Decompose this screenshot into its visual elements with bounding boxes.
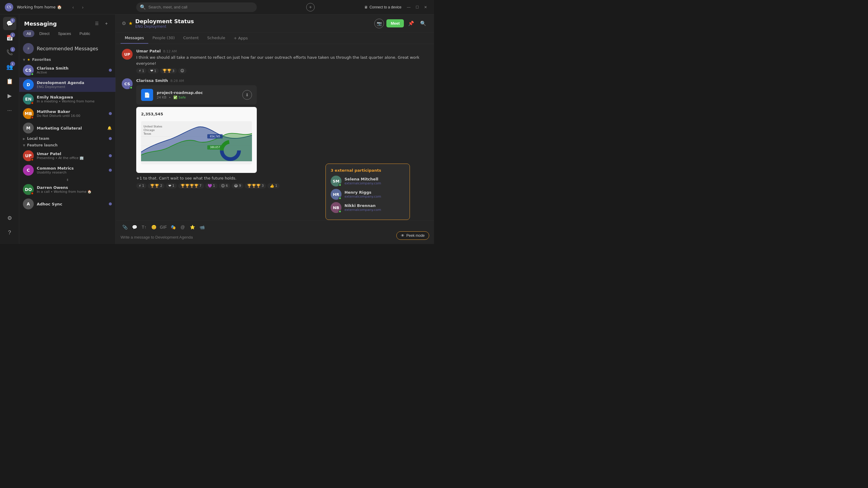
status-dot	[338, 197, 341, 200]
emoji-button[interactable]: 😊	[150, 223, 158, 231]
messaging-filter-button[interactable]: ☰	[93, 19, 101, 28]
list-item[interactable]: M Marketing Collateral 🔔	[19, 121, 116, 135]
snapshot-button[interactable]: 📷	[374, 19, 384, 28]
tab-content[interactable]: Content	[179, 33, 203, 44]
sidebar-item-settings[interactable]: ⚙	[3, 212, 16, 225]
reaction[interactable]: 🏆🏆3	[160, 68, 177, 73]
pinned-messages-button[interactable]: 📌	[406, 19, 416, 28]
local-team-section-header[interactable]: ▶ Local team	[19, 135, 116, 142]
add-tab-button[interactable]: + Apps	[229, 33, 252, 43]
file-attachment: 📄 project-roadmap.doc 24 KB • ✅ Safe ⬇	[136, 85, 257, 104]
tab-schedule[interactable]: Schedule	[203, 33, 229, 44]
reaction[interactable]: ❤️1	[166, 183, 177, 189]
chat-status: Presenting • At the office 🏢	[37, 156, 106, 160]
svg-text:654,745: 654,745	[210, 135, 220, 138]
filter-tab-public[interactable]: Public	[76, 30, 94, 37]
chat-name: Marketing Collateral	[37, 126, 104, 130]
message-input[interactable]	[121, 235, 422, 239]
list-item[interactable]: UP Umar Patel Presenting • At the office…	[19, 149, 116, 163]
sidebar-item-activity[interactable]: ▶	[3, 89, 16, 102]
forward-button[interactable]: ›	[79, 3, 87, 11]
filter-tab-direct[interactable]: Direct	[36, 30, 53, 37]
praise-button[interactable]: ⭐	[188, 223, 196, 231]
feature-launch-section-header[interactable]: ▼ Feature launch	[19, 142, 116, 149]
back-button[interactable]: ‹	[69, 3, 78, 11]
maximize-button[interactable]: ☐	[413, 4, 421, 11]
list-item[interactable]: A Adhoc Sync	[19, 197, 116, 211]
mention-button[interactable]: @	[179, 223, 187, 231]
search-input[interactable]	[148, 5, 253, 9]
chat-info: Clarissa Smith Active	[37, 66, 106, 74]
reaction[interactable]: 😂9	[231, 183, 244, 189]
reaction[interactable]: 🏆🏆🏆🏆7	[178, 183, 204, 189]
nav-arrows: ‹ ›	[69, 3, 87, 11]
attachment-button[interactable]: 📎	[121, 223, 129, 231]
reaction[interactable]: ⚡1	[136, 68, 147, 73]
reaction[interactable]: ❤️1	[148, 68, 158, 73]
gif-button[interactable]: GIF	[159, 223, 167, 231]
messaging-list: ⚡ Recommended Messages ▼ ★ Favorites CS	[19, 39, 116, 244]
filter-tab-spaces[interactable]: Spaces	[54, 30, 74, 37]
local-team-unread-dot	[109, 137, 112, 140]
reaction[interactable]: ⚡1	[136, 183, 147, 189]
file-icon: 📄	[141, 89, 153, 101]
sidebar-item-calendar[interactable]: 📅 1	[3, 31, 16, 44]
list-item[interactable]: DO Darren Owens In a call • Working from…	[19, 182, 116, 197]
tab-people[interactable]: People (30)	[148, 33, 179, 44]
ext-email: externalcompany.com	[344, 181, 381, 185]
chat-bubble-button[interactable]: 💬	[130, 223, 138, 231]
message-toolbar: 📎 💬 T↑ 😊 GIF 🎭 @ ⭐ 📹	[121, 223, 429, 231]
ext-participant: HR Henry Riggs externalcompany.com	[331, 189, 405, 200]
filter-tab-all[interactable]: All	[23, 30, 34, 37]
tab-messages[interactable]: Messages	[121, 33, 148, 44]
star-icon[interactable]: ★	[128, 21, 133, 26]
meet-button[interactable]: Meet	[386, 19, 404, 27]
settings-icon[interactable]: ⚙	[122, 21, 126, 26]
sidebar-item-more[interactable]: ···	[3, 104, 16, 117]
list-item[interactable]: MB Matthew Baker Do Not Disturb until 16…	[19, 106, 116, 121]
sidebar-item-contacts[interactable]: 📋	[3, 75, 16, 88]
list-item[interactable]: EN Emily Nakagawa In a meeting • Working…	[19, 92, 116, 106]
reaction[interactable]: 👍1	[267, 183, 280, 189]
list-item[interactable]: CS Clarissa Smith Active	[19, 63, 116, 77]
reaction[interactable]: 😊	[178, 68, 187, 73]
status-dot	[31, 158, 34, 161]
download-button[interactable]: ⬇	[242, 90, 252, 100]
sidebar-item-people[interactable]: 👥 1	[3, 60, 16, 73]
new-chat-button[interactable]: +	[102, 19, 111, 28]
avatar: A	[23, 198, 34, 209]
reaction[interactable]: 💜1	[205, 183, 218, 189]
close-button[interactable]: ✕	[422, 4, 429, 11]
sidebar-item-calls[interactable]: 📞 1	[3, 46, 16, 59]
minimize-button[interactable]: —	[405, 4, 412, 11]
connect-device-button[interactable]: 🖥 Connect to a device	[364, 5, 401, 9]
peek-mode-button[interactable]: 👁 Peek mode	[396, 231, 429, 240]
sidebar-item-help[interactable]: ?	[3, 226, 16, 239]
list-item[interactable]: C Common Metrics Usability research	[19, 163, 116, 177]
sticker-button[interactable]: 🎭	[169, 223, 177, 231]
add-button[interactable]: +	[306, 3, 315, 11]
svg-text:Texas: Texas	[143, 132, 151, 135]
search-bar[interactable]: 🔍	[136, 2, 257, 12]
reaction[interactable]: 😊6	[219, 183, 230, 189]
channel-subtitle[interactable]: ENG Deployment	[135, 24, 375, 29]
favorites-section-header[interactable]: ▼ ★ Favorites	[19, 56, 116, 63]
channel-title-area: Deployment Status ENG Deployment	[135, 18, 375, 29]
chat-name: Matthew Baker	[37, 109, 106, 114]
status-dot	[338, 210, 341, 213]
video-button[interactable]: 📹	[198, 223, 206, 231]
feature-launch-chevron: ▼	[23, 144, 25, 147]
chat-info: Matthew Baker Do Not Disturb until 16:00	[37, 109, 106, 118]
reaction[interactable]: 🏆🏆🏆3	[245, 183, 266, 189]
file-meta: 24 KB • ✅ Safe	[157, 96, 239, 99]
reaction[interactable]: 🏆🏆2	[148, 183, 164, 189]
unread-dot	[109, 169, 112, 172]
avatar: SM	[331, 175, 341, 187]
list-item[interactable]: D Development Agenda ENG Deployment	[19, 77, 116, 92]
format-button[interactable]: T↑	[140, 223, 148, 231]
chat-status: Active	[37, 70, 106, 74]
recommended-messages-item[interactable]: ⚡ Recommended Messages	[19, 41, 116, 56]
sidebar-item-chat[interactable]: 💬 5	[3, 17, 16, 30]
search-messages-button[interactable]: 🔍	[418, 19, 428, 28]
lightning-icon: ⚡	[23, 43, 34, 54]
